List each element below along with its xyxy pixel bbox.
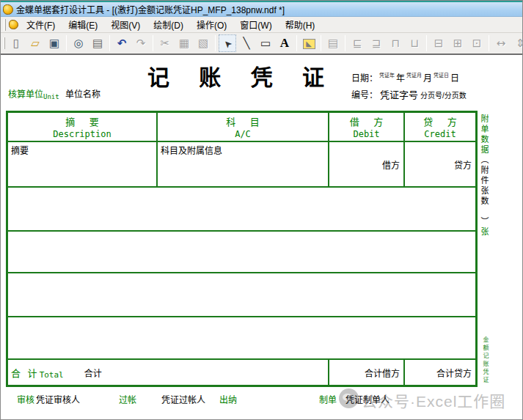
menu-item[interactable]: 编辑(E)	[62, 17, 104, 32]
undo-icon: ↶	[117, 35, 127, 51]
space-horizontal-button[interactable]: ↔	[492, 34, 510, 52]
field-account[interactable]: 科目及附属信息	[158, 142, 329, 188]
field-total-credit[interactable]: 合计贷方	[405, 360, 475, 385]
empty-row[interactable]	[8, 317, 475, 360]
field-summary[interactable]: 摘要	[8, 142, 158, 188]
signature-footer: 审核凭证审核人过帐凭证过帐人出纳制单凭证制单人	[1, 393, 523, 409]
credit-header-cn: 贷 方	[417, 114, 463, 128]
menu-grip[interactable]	[4, 19, 6, 31]
draw-rectangle-button[interactable]: ▭	[257, 34, 274, 52]
field-page-numbers[interactable]: 分页号/分页数	[420, 92, 467, 100]
undo-button[interactable]: ↶	[113, 34, 131, 52]
menu-items: 文件(F)编辑(E)视图(V)绘制(D)操作(O)窗口(W)帮助(H)	[20, 17, 321, 32]
space-vertical-button[interactable]: ⇕	[511, 34, 523, 52]
menu-item[interactable]: 视图(V)	[104, 17, 147, 32]
copy-button[interactable]: ▦	[175, 34, 193, 52]
col-header-credit[interactable]: 贷 方 Credit	[405, 113, 475, 142]
field-voucher-year[interactable]: 凭证年	[379, 73, 395, 78]
new-document-button[interactable]: ▯	[7, 34, 25, 52]
paste-button[interactable]: ▧	[194, 34, 212, 52]
col-header-debit[interactable]: 借 方 Debit	[329, 113, 405, 142]
align-top-button[interactable]: ⊓	[387, 34, 404, 52]
equal-width-button[interactable]: ⊞	[449, 34, 467, 52]
menu-bar: 文件(F)编辑(E)视图(V)绘制(D)操作(O)窗口(W)帮助(H)	[1, 17, 522, 33]
number-line[interactable]: 编号：凭证字号分页号/分页数	[351, 87, 467, 101]
menu-item[interactable]: 文件(F)	[20, 17, 62, 32]
print-button[interactable]: ▤	[89, 34, 106, 52]
empty-row[interactable]	[8, 232, 475, 273]
signature-field[interactable]: 凭证过帐人	[161, 393, 205, 405]
unit-label: 核算单位	[8, 89, 43, 100]
space-vertical-icon: ⇕	[516, 35, 523, 51]
unit-label-en: Unit	[43, 93, 59, 100]
cut-icon: ✂	[161, 35, 170, 51]
align-right-button[interactable]: ⊒	[367, 34, 385, 52]
align-bottom-button[interactable]: ⊔	[406, 34, 423, 52]
save-icon: ▣	[49, 35, 59, 51]
save-button[interactable]: ▣	[45, 34, 63, 52]
properties-button[interactable]: ▤	[324, 34, 342, 52]
signature-label[interactable]: 出纳	[219, 393, 237, 405]
unit-line[interactable]: 核算单位Unit 单位名称	[8, 87, 100, 100]
menu-item[interactable]: 帮助(H)	[279, 17, 322, 32]
field-credit[interactable]: 贷方	[405, 142, 475, 188]
total-label-en: Total	[40, 370, 64, 380]
cut-button[interactable]: ✂	[156, 34, 174, 52]
col-header-summary[interactable]: 摘 要 Description	[8, 113, 158, 142]
empty-row[interactable]	[8, 188, 475, 232]
open-folder-button[interactable]: ▱	[26, 34, 44, 52]
field-voucher-number[interactable]: 凭证字号	[380, 89, 418, 100]
attachment-strip-text: 附单数据	[480, 114, 489, 155]
template-name-note: 金额记账凭证	[481, 336, 489, 385]
toolbar-grip[interactable]	[4, 37, 5, 49]
field-voucher-day[interactable]: 凭证日	[434, 73, 449, 78]
app-icon	[3, 4, 13, 15]
draw-line-button[interactable]: ╲	[238, 34, 255, 52]
window-title: 金蝶单据套打设计工具 - [(激打)金额记账凭证HP_MFP_138pnw.nd…	[16, 3, 285, 15]
align-left-icon: ⊑	[353, 35, 362, 51]
title-bar[interactable]: 金蝶单据套打设计工具 - [(激打)金额记账凭证HP_MFP_138pnw.nd…	[1, 2, 522, 17]
signature-label[interactable]: 审核	[17, 393, 34, 405]
signature-field[interactable]: 凭证审核人	[36, 393, 80, 405]
design-canvas[interactable]: 记 账 凭 证 日期：凭证年年凭证月月凭证日日 核算单位Unit 单位名称 编号…	[1, 55, 523, 420]
signature-field[interactable]: 凭证制单人	[345, 393, 389, 405]
date-line[interactable]: 日期：凭证年年凭证月月凭证日日	[351, 71, 459, 84]
menu-item[interactable]: 操作(O)	[190, 17, 233, 32]
document-icon	[9, 20, 18, 29]
insert-image-button[interactable]: ◣	[300, 34, 318, 52]
signature-label[interactable]: 制单	[319, 393, 337, 405]
toolbar-buttons: ▯▱▣◎▤↶↷✂▦▧➤╲▭A◣▤⊑⊒⊓⊔⊟⊞⊡↔⇕↨▮⊡	[7, 34, 523, 52]
col-header-account[interactable]: 科 目 A/C	[158, 113, 329, 142]
field-voucher-month[interactable]: 凭证月	[406, 73, 422, 78]
empty-row[interactable]	[8, 273, 475, 317]
equal-height-button[interactable]: ⊟	[430, 34, 447, 52]
draw-line-icon: ╲	[243, 35, 249, 51]
align-left-button[interactable]: ⊑	[348, 34, 366, 52]
field-unit-name[interactable]: 单位名称	[65, 89, 100, 100]
select-cursor-button[interactable]: ➤	[219, 34, 236, 52]
menu-item[interactable]: 绘制(D)	[147, 17, 190, 32]
draw-rectangle-icon: ▭	[260, 35, 271, 51]
field-total-debit[interactable]: 合计借方	[329, 360, 405, 385]
debit-header-cn: 借 方	[344, 114, 389, 128]
open-folder-icon: ▱	[31, 35, 40, 51]
toolbar-separator	[489, 35, 489, 51]
field-total[interactable]: 合计	[84, 366, 102, 379]
toolbar-separator	[321, 35, 321, 51]
redo-icon: ↷	[136, 35, 146, 51]
date-label: 日期：	[351, 73, 378, 84]
signature-label[interactable]: 过帐	[119, 393, 136, 405]
menu-item[interactable]: 窗口(W)	[233, 17, 278, 32]
redo-button[interactable]: ↷	[132, 34, 150, 52]
total-row-label[interactable]: 合 计 Total 合计	[8, 360, 329, 385]
voucher-table: 摘 要 Description 科 目 A/C 借 方 Debit 贷 方 Cr…	[6, 111, 478, 387]
align-bottom-icon: ⊔	[410, 35, 419, 51]
field-debit[interactable]: 借方	[329, 142, 405, 188]
copy-icon: ▦	[179, 35, 189, 51]
print-preview-button[interactable]: ◎	[70, 34, 87, 52]
equal-size-button[interactable]: ⊡	[468, 34, 486, 52]
attachment-count-strip[interactable]: 附单数据（附件张数 ）张	[478, 114, 490, 237]
draw-text-button[interactable]: A	[276, 34, 293, 52]
insert-image-icon: ◣	[303, 39, 315, 49]
new-document-icon: ▯	[13, 35, 19, 51]
